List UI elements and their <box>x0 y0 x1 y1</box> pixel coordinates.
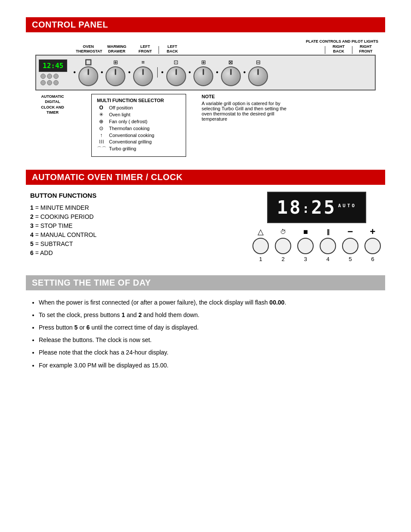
bf-item-1: 1 = MINUTE MINDER <box>30 204 235 211</box>
mfs-symbol-fan: ⊕ <box>97 118 106 124</box>
note-text: A variable grill option is catered for b… <box>202 101 288 121</box>
note-box: NOTE A variable grill option is catered … <box>202 94 288 121</box>
bullet-6: For example 3.00 PM will be displayed as… <box>39 360 385 371</box>
warming-drawer-label: WARMINGDRAWER <box>104 44 129 54</box>
timer-btn-group-3: ⏹ 3 <box>297 227 314 262</box>
mfs-title: MULTI FUNCTION SELECTOR <box>97 98 181 103</box>
knob6[interactable] <box>221 66 241 86</box>
indicator-dot: • <box>73 68 76 76</box>
mfs-box: MULTI FUNCTION SELECTOR O Off position ✳… <box>91 94 186 157</box>
mfs-label-off: Off position <box>109 105 133 110</box>
mfs-item-off: O Off position <box>97 105 181 111</box>
timer-btn-group-5: − 5 <box>342 227 358 262</box>
mfs-item-thermofan: ⊙ Thermofan cooking <box>97 125 181 131</box>
bf-item-4: 4 = MANUAL CONTROL <box>30 231 235 238</box>
indicator-dot: • <box>189 68 191 76</box>
timer-circle-4[interactable] <box>320 238 336 254</box>
timer-section: AUTOMATIC OVEN TIMER / CLOCK BUTTON FUNC… <box>26 170 385 262</box>
timer-icon-3: ⏹ <box>302 227 308 236</box>
indicator-dot: • <box>161 68 164 76</box>
mfs-symbol-grilling: ⌇⌇⌇ <box>97 139 106 145</box>
timer-icon-2: ⏱ <box>280 227 286 236</box>
knob3-icon: ≡ <box>141 59 145 65</box>
knob3[interactable] <box>133 66 153 86</box>
mfs-symbol-conventional: ↑ <box>97 132 106 138</box>
timer-display: 18:25AUTO <box>267 192 366 223</box>
clock-btn[interactable] <box>47 74 52 79</box>
knob5-icon: ⊞ <box>201 59 206 65</box>
clock-btn[interactable] <box>40 74 46 79</box>
bullet-3: Press button 5 or 6 until the correct ti… <box>39 322 385 333</box>
timer-btn-num-4: 4 <box>326 256 329 262</box>
timer-btn-group-6: + 6 <box>364 227 381 262</box>
oven-thermostat-knob[interactable] <box>78 66 98 86</box>
bf-item-5: 5 = SUBTRACT <box>30 240 235 247</box>
clock-btn[interactable] <box>47 80 52 85</box>
timer-btn-num-2: 2 <box>281 256 284 262</box>
bullet-1: When the power is first connected (or af… <box>39 297 385 308</box>
mfs-item-turbo: ⌒⌒ Turbo grilling <box>97 146 181 152</box>
knob5[interactable] <box>193 66 213 86</box>
mfs-symbol-thermofan: ⊙ <box>97 125 106 131</box>
timer-buttons-row: △ 1 ⏱ 2 ⏹ 3 ||| <box>252 227 381 262</box>
indicator-dot: • <box>216 68 218 76</box>
mfs-symbol-light: ✳ <box>97 112 106 118</box>
mfs-label-thermofan: Thermofan cooking <box>109 126 149 131</box>
knob2-icon: ⊞ <box>113 59 118 65</box>
timer-icon-6: + <box>370 227 376 236</box>
knob7-icon: ⊟ <box>256 59 261 65</box>
bf-item-6: 6 = ADD <box>30 249 235 256</box>
knob6-icon: ⊠ <box>228 59 233 65</box>
mfs-label-turbo: Turbo grilling <box>109 146 136 151</box>
right-front-label: RIGHTFRONT <box>353 44 378 54</box>
clock-btn[interactable] <box>53 80 59 85</box>
bf-item-2: 2 = COOKING PERIOD <box>30 213 235 220</box>
timer-circle-1[interactable] <box>252 238 269 254</box>
setting-time-bullets: When the power is first connected (or af… <box>26 297 385 371</box>
mfs-label-fan: Fan only ( defrost) <box>109 119 147 124</box>
timer-circle-6[interactable] <box>364 238 381 254</box>
auto-digital-label: AUTOMATICDIGITALCLOCK ANDTIMER <box>31 94 74 115</box>
clock-btn[interactable] <box>40 80 46 85</box>
right-back-label: RIGHTBACK <box>326 44 351 54</box>
timer-circle-5[interactable] <box>342 238 358 254</box>
bf-item-3: 3 = STOP TIME <box>30 222 235 229</box>
left-front-label: LEFTFRONT <box>133 44 158 54</box>
timer-header: AUTOMATIC OVEN TIMER / CLOCK <box>26 170 385 185</box>
timer-circle-2[interactable] <box>275 238 291 254</box>
oven-thermostat-label: OVENTHERMOSTAT <box>76 44 101 54</box>
mfs-item-grilling: ⌇⌇⌇ Conventional grilling <box>97 139 181 145</box>
mfs-item-light: ✳ Oven light <box>97 112 181 118</box>
indicator-dot: • <box>128 68 131 76</box>
separator <box>157 67 158 78</box>
setting-time-header: SETTING THE TIME OF DAY <box>26 275 385 290</box>
clock-btn[interactable] <box>53 74 59 79</box>
mfs-label-conventional: Conventional cooking <box>109 133 154 138</box>
timer-icon-5: − <box>348 227 353 236</box>
knob4-icon: ⊡ <box>174 59 178 65</box>
timer-icon-1: △ <box>258 227 264 236</box>
bf-title: BUTTON FUNCTIONS <box>30 192 235 199</box>
bullet-5: Please note that the clock has a 24-hour… <box>39 347 385 358</box>
knob2[interactable] <box>106 66 125 86</box>
mfs-symbol-turbo: ⌒⌒ <box>97 146 106 152</box>
button-functions-left: BUTTON FUNCTIONS 1 = MINUTE MINDER 2 = C… <box>30 192 235 258</box>
timer-circle-3[interactable] <box>297 238 314 254</box>
timer-btn-group-1: △ 1 <box>252 227 269 262</box>
timer-btn-num-6: 6 <box>371 256 374 262</box>
timer-content: BUTTON FUNCTIONS 1 = MINUTE MINDER 2 = C… <box>26 192 385 262</box>
note-title: NOTE <box>202 94 288 99</box>
setting-time-section: SETTING THE TIME OF DAY When the power i… <box>26 275 385 371</box>
knob4[interactable] <box>166 66 186 86</box>
oven-knob-icon: 🔲 <box>85 59 92 65</box>
indicator-dot: • <box>101 68 103 76</box>
left-back-label: LEFTBACK <box>160 44 185 54</box>
control-panel-header: CONTROL PANEL <box>26 17 385 32</box>
timer-btn-num-5: 5 <box>349 256 352 262</box>
timer-icon-4: ||| <box>327 227 329 236</box>
timer-btn-num-1: 1 <box>259 256 262 262</box>
timer-btn-num-3: 3 <box>304 256 307 262</box>
knob7[interactable] <box>248 66 268 86</box>
timer-right: 18:25AUTO △ 1 ⏱ 2 ⏹ <box>252 192 381 262</box>
mfs-label-light: Oven light <box>109 112 131 117</box>
